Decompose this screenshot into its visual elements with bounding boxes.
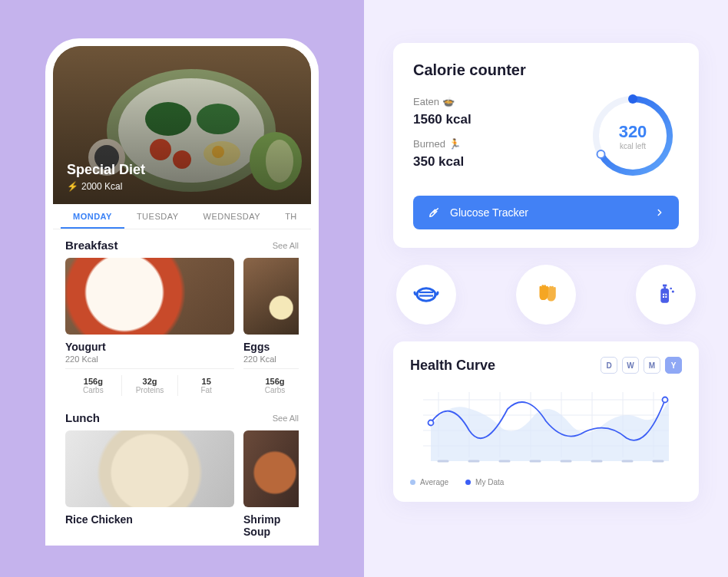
tab-tuesday[interactable]: TUESDAY bbox=[124, 204, 191, 229]
breakfast-see-all[interactable]: See All bbox=[273, 241, 299, 250]
meal-card-yogurt[interactable]: Yougurt 220 Kcal 156g Carbs 32g Proteins bbox=[65, 258, 234, 396]
meal-image bbox=[65, 258, 234, 335]
mask-icon-button[interactable] bbox=[396, 265, 456, 325]
macro-label: Carbs bbox=[68, 386, 118, 394]
gloves-icon-button[interactable] bbox=[516, 265, 576, 325]
svg-rect-21 bbox=[663, 286, 666, 288]
meal-kcal: 220 Kcal bbox=[243, 354, 299, 364]
gauge-label: kcal left bbox=[620, 142, 646, 150]
meal-name: Yougurt bbox=[65, 341, 234, 353]
svg-rect-20 bbox=[663, 285, 667, 287]
svg-point-17 bbox=[417, 288, 435, 302]
tab-monday[interactable]: MONDAY bbox=[61, 204, 124, 229]
eaten-label: Eaten 🍲 bbox=[413, 96, 472, 107]
burned-value: 350 kcal bbox=[413, 154, 472, 170]
burned-label: Burned 🏃 bbox=[413, 138, 472, 150]
meal-image bbox=[243, 258, 299, 335]
dropper-icon bbox=[427, 206, 441, 219]
calorie-gauge: 320 kcal left bbox=[587, 90, 679, 182]
calorie-card: Calorie counter Eaten 🍲 1560 kcal Burned… bbox=[393, 43, 699, 248]
sanitizer-icon-button[interactable] bbox=[636, 265, 696, 325]
hero-kcal-label: 2000 Kcal bbox=[81, 181, 122, 192]
hero-banner: Special Diet ⚡ 2000 Kcal bbox=[53, 46, 311, 204]
health-curve-card: Health Curve D W M Y bbox=[393, 341, 699, 502]
legend-mydata: My Data bbox=[465, 478, 504, 486]
tab-thursday-partial[interactable]: TH bbox=[273, 204, 309, 229]
macro-row: 156g Carbs bbox=[243, 368, 299, 396]
timeframe-month[interactable]: M bbox=[644, 357, 660, 374]
svg-point-25 bbox=[670, 288, 672, 290]
legend-average: Average bbox=[410, 478, 448, 486]
macro-value: 156g bbox=[247, 377, 299, 386]
right-panel: Calorie counter Eaten 🍲 1560 kcal Burned… bbox=[364, 0, 728, 577]
health-title: Health Curve bbox=[410, 358, 495, 374]
meal-card-eggs[interactable]: Eggs 220 Kcal 156g Carbs bbox=[243, 258, 299, 396]
meal-name: Eggs bbox=[243, 341, 299, 353]
macro-label: Proteins bbox=[125, 386, 175, 394]
legend-label: My Data bbox=[475, 478, 504, 486]
macro-value: 15 bbox=[181, 377, 231, 386]
meal-image bbox=[65, 430, 234, 507]
meal-card-shrimp-soup[interactable]: Shrimp Soup bbox=[243, 430, 299, 539]
svg-point-39 bbox=[429, 420, 434, 426]
gauge-value: 320 bbox=[619, 122, 647, 142]
chart-legend: Average My Data bbox=[410, 478, 682, 486]
day-tabs: MONDAY TUESDAY WEDNESDAY TH bbox=[53, 204, 311, 229]
macro-value: 32g bbox=[125, 377, 175, 386]
meal-kcal: 220 Kcal bbox=[65, 354, 234, 364]
breakfast-title: Breakfast bbox=[65, 239, 117, 252]
timeframe-year[interactable]: Y bbox=[665, 357, 682, 374]
left-panel: Special Diet ⚡ 2000 Kcal MONDAY TUESDAY … bbox=[0, 0, 364, 577]
macro-value: 156g bbox=[68, 377, 118, 386]
gloves-icon bbox=[533, 282, 559, 308]
svg-point-26 bbox=[672, 290, 674, 292]
meal-name: Shrimp Soup bbox=[243, 513, 299, 538]
svg-point-40 bbox=[663, 397, 668, 403]
timeframe-day[interactable]: D bbox=[601, 357, 617, 374]
chevron-right-icon bbox=[654, 207, 665, 218]
meal-card-rice-chicken[interactable]: Rice Chicken bbox=[65, 430, 234, 539]
macro-row: 156g Carbs 32g Proteins 15 Fat bbox=[65, 368, 234, 396]
legend-dot-icon bbox=[410, 480, 415, 485]
hero-kcal: ⚡ 2000 Kcal bbox=[67, 181, 145, 192]
lunch-section: Lunch See All Rice Chicken Shrimp Soup bbox=[53, 402, 311, 546]
tab-wednesday[interactable]: WEDNESDAY bbox=[191, 204, 273, 229]
eaten-value: 1560 kcal bbox=[413, 112, 472, 127]
sanitizer-icon bbox=[654, 282, 678, 307]
phone-mockup: Special Diet ⚡ 2000 Kcal MONDAY TUESDAY … bbox=[45, 38, 319, 546]
glucose-label: Glucose Tracker bbox=[450, 206, 528, 219]
meal-image bbox=[243, 430, 299, 507]
macro-label: Fat bbox=[181, 386, 231, 394]
timeframe-week[interactable]: W bbox=[622, 357, 639, 374]
legend-label: Average bbox=[420, 478, 448, 486]
lunch-title: Lunch bbox=[65, 411, 100, 424]
lunch-see-all[interactable]: See All bbox=[273, 414, 299, 423]
health-chart bbox=[410, 384, 682, 469]
meal-name: Rice Chicken bbox=[65, 513, 234, 526]
category-icons bbox=[393, 265, 699, 325]
glucose-tracker-button[interactable]: Glucose Tracker bbox=[413, 196, 679, 229]
timeframe-buttons: D W M Y bbox=[601, 357, 682, 374]
breakfast-section: Breakfast See All Yougurt 220 Kcal 156g … bbox=[53, 229, 311, 402]
mask-icon bbox=[412, 281, 440, 308]
calorie-title: Calorie counter bbox=[413, 61, 679, 79]
legend-dot-icon bbox=[465, 480, 471, 485]
phone-screen: Special Diet ⚡ 2000 Kcal MONDAY TUESDAY … bbox=[53, 46, 311, 546]
lightning-icon: ⚡ bbox=[67, 181, 78, 192]
hero-title: Special Diet bbox=[67, 162, 145, 178]
macro-label: Carbs bbox=[247, 386, 299, 394]
